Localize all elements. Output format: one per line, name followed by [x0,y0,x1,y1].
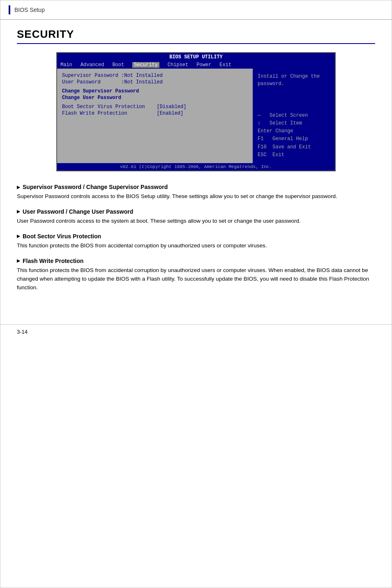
desc-boot-sector: Boot Sector Virus Protection This functi… [17,233,375,250]
desc-supervisor-text: Supervisor Password controls access to t… [17,192,375,201]
desc-flash-heading: Flash Write Protection [17,258,375,264]
bios-menu-chipset[interactable]: Chipset [168,62,188,68]
bios-row-change-supervisor[interactable]: Change Supervisor Password [62,88,248,94]
bios-key-enter: Enter Change [258,127,330,135]
bios-key-screen: ↔ Select Screen [258,112,330,120]
bios-menu-security[interactable]: Security [132,62,159,68]
desc-user-text: User Password controls access to the sys… [17,217,375,226]
header-bar [9,5,10,14]
desc-flash-write: Flash Write Protection This function pro… [17,258,375,292]
bios-row-user-pw: User Password :Not Installed [62,79,248,85]
bios-title-bar: BIOS SETUP UTILITY [57,53,335,61]
bios-row-supervisor-pw: Supervisor Password :Not Installed [62,73,248,78]
desc-user-password: User Password / Change User Password Use… [17,208,375,226]
desc-boot-heading: Boot Sector Virus Protection [17,233,375,240]
bios-key-f1: F1 General Help [258,135,330,143]
bios-menu-power[interactable]: Power [196,62,211,68]
desc-supervisor-heading: Supervisor Password / Change Supervisor … [17,184,375,190]
bios-screen: BIOS SETUP UTILITY Main Advanced Boot Se… [56,52,336,171]
bios-key-f10: F10 Save and Exit [258,143,330,151]
desc-user-heading: User Password / Change User Password [17,208,375,215]
bios-body: Supervisor Password :Not Installed User … [57,69,335,163]
bios-help-text: Install or Change thepassword. [258,73,330,88]
bios-menu-exit[interactable]: Exit [219,62,231,68]
page-wrapper: BIOS Setup Security BIOS SETUP UTILITY M… [0,0,392,588]
section-title: Security [17,28,375,44]
main-content: Security BIOS SETUP UTILITY Main Advance… [0,20,392,316]
bios-footer: v02.61 (C)Copyright 1985-2006, American … [57,163,335,171]
bios-row-change-user[interactable]: Change User Password [62,95,248,101]
desc-supervisor-password: Supervisor Password / Change Supervisor … [17,184,375,201]
header: BIOS Setup [0,0,392,20]
desc-boot-text: This function protects the BIOS from acc… [17,242,375,250]
bios-menu-main[interactable]: Main [60,62,72,68]
bios-key-esc: ESC Exit [258,151,330,159]
bios-left-panel: Supervisor Password :Not Installed User … [57,69,253,163]
bios-row-boot-sector: Boot Sector Virus Protection [Disabled] [62,104,248,110]
bios-row-flash-write: Flash Write Protection [Enabled] [62,111,248,116]
page-number: 3-14 [0,324,392,339]
bios-key-item: ↕ Select Item [258,120,330,127]
bios-key-legend: ↔ Select Screen ↕ Select Item Enter Chan… [258,112,330,159]
bios-right-panel: Install or Change thepassword. ↔ Select … [253,69,335,163]
bios-menu-boot[interactable]: Boot [112,62,124,68]
bios-menu-advanced[interactable]: Advanced [81,62,104,68]
desc-flash-text: This function protects the BIOS from acc… [17,266,375,292]
header-title: BIOS Setup [14,7,45,13]
bios-menu-bar: Main Advanced Boot Security Chipset Powe… [57,61,335,69]
